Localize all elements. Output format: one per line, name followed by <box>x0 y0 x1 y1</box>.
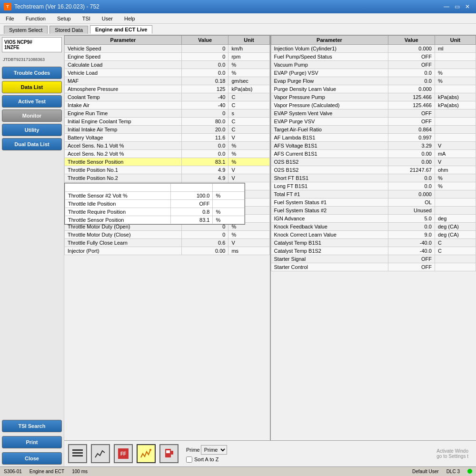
right-unit-cell: % <box>435 174 476 182</box>
right-table-row[interactable]: Vacuum Pump OFF <box>271 61 476 69</box>
data-area: Parameter Value Unit Vehicle Speed 0 km/… <box>64 35 476 466</box>
right-table-row[interactable]: Short FT B1S1 0.0 % <box>271 174 476 182</box>
left-table-row[interactable]: Initial Engine Coolant Temp 80.0 C <box>65 118 270 126</box>
left-table-row[interactable]: Battery Voltage 11.6 V <box>65 134 270 142</box>
toolbar-list-btn[interactable] <box>68 444 87 463</box>
close-button[interactable]: ✕ <box>463 3 472 10</box>
left-table-row[interactable]: Coolant Temp -40 C <box>65 93 270 101</box>
dropdown-table-row[interactable]: Throttle Require Position 0.8 % <box>65 208 245 216</box>
dropdown-table-row[interactable]: Throttle Sensor #2 Volt % 100.0 % <box>65 192 245 200</box>
left-table-row[interactable]: MAF 0.18 gm/sec <box>65 77 270 85</box>
right-table-row[interactable]: Purge Density Learn Value 0.000 <box>271 85 476 93</box>
right-value-cell: -40.0 <box>388 239 435 247</box>
left-table-row[interactable]: Injector (Port) 0.00 ms <box>65 247 270 255</box>
right-table-row[interactable]: EVAP (Purge) VSV 0.0 % <box>271 69 476 77</box>
print-select[interactable]: Prime All <box>201 445 227 455</box>
print-dropdown[interactable]: Prime Prime All <box>186 445 227 455</box>
left-table-row[interactable]: Initial Intake Air Temp 20.0 C <box>65 126 270 134</box>
left-table-row[interactable]: Atmosphere Pressure 125 kPa(abs) <box>65 85 270 93</box>
right-table-row[interactable]: AFS Voltage B1S1 3.29 V <box>271 142 476 150</box>
left-table-row[interactable]: Accel Sens. No.1 Volt % 0.0 % <box>65 142 270 150</box>
minimize-button[interactable]: — <box>442 3 451 10</box>
left-table-row[interactable]: Vehicle Speed 0 km/h <box>65 45 270 53</box>
left-table-row[interactable]: Throttle Motor Duty (Close) 0 % <box>65 231 270 239</box>
toolbar-fuel-btn[interactable] <box>159 444 178 463</box>
main-content: VIOS NCP9# 1NZFE JTDBT923171088363 Troub… <box>0 35 476 466</box>
left-table-row[interactable]: Vehicle Load 0.0 % <box>65 69 270 77</box>
tab-stored-data[interactable]: Stored Data <box>50 26 88 34</box>
trouble-codes-button[interactable]: Trouble Codes <box>2 67 62 79</box>
right-table-row[interactable]: Starter Control OFF <box>271 263 476 271</box>
dual-data-list-button[interactable]: Dual Data List <box>2 138 62 150</box>
left-unit-cell: % <box>228 150 269 158</box>
tab-engine-ect-live[interactable]: Engine and ECT Live <box>90 25 152 34</box>
maximize-button[interactable]: ▭ <box>452 3 462 10</box>
left-table-row[interactable]: Throttle Sensor Position 83.1 % <box>65 158 270 166</box>
right-param-cell: EVAP System Vent Valve <box>271 109 388 118</box>
left-value-cell: 20.0 <box>182 126 228 134</box>
right-table-row[interactable]: Vapor Pressure Pump 125.466 kPa(abs) <box>271 93 476 101</box>
menu-setup[interactable]: Setup <box>55 15 73 22</box>
tab-system-select[interactable]: System Select <box>4 26 48 34</box>
toolbar-freeze-btn[interactable]: FF <box>114 444 133 463</box>
dropdown-table-row[interactable]: Throttle Sensor Position 83.1 % <box>65 216 245 224</box>
right-table-row[interactable]: EVAP Purge VSV OFF <box>271 118 476 126</box>
right-table-row[interactable]: Evap Purge Flow 0.0 % <box>271 77 476 85</box>
print-button[interactable]: Print <box>2 436 62 448</box>
right-param-cell: Fuel System Status #2 <box>271 207 388 215</box>
left-table-row[interactable]: Engine Speed 0 rpm <box>65 53 270 61</box>
right-table-row[interactable]: Target Air-Fuel Ratio 0.864 <box>271 126 476 134</box>
right-table-row[interactable]: O2S B1S2 21247.67 ohm <box>271 166 476 174</box>
right-table-row[interactable]: AF Lambda B1S1 0.997 <box>271 134 476 142</box>
tsi-search-button[interactable]: TSI Search <box>2 420 62 432</box>
dropdown-value-cell: 83.1 <box>170 216 213 224</box>
right-table-row[interactable]: IGN Advance 5.0 deg <box>271 215 476 223</box>
left-param-cell: Initial Intake Air Temp <box>65 126 182 134</box>
right-table-row[interactable]: Knock Feedback Value 0.0 deg (CA) <box>271 223 476 231</box>
menu-function[interactable]: Function <box>24 15 48 22</box>
right-table-row[interactable]: O2S B1S2 0.00 V <box>271 158 476 166</box>
close-session-button[interactable]: Close <box>2 452 62 465</box>
menu-help[interactable]: Help <box>122 15 137 22</box>
right-table-row[interactable]: AFS Current B1S1 0.00 mA <box>271 150 476 158</box>
data-list-button[interactable]: Data List <box>2 81 62 93</box>
dropdown-table-row[interactable]: Throttle Idle Position OFF <box>65 200 245 208</box>
right-table-row[interactable]: Total FT #1 0.000 <box>271 190 476 198</box>
sort-checkbox[interactable] <box>186 456 192 463</box>
left-table-row[interactable]: Accel Sens. No.2 Volt % 0.0 % <box>65 150 270 158</box>
left-table-row[interactable]: Calculate Load 0.0 % <box>65 61 270 69</box>
right-table-row[interactable]: Fuel Pump/Speed Status OFF <box>271 53 476 61</box>
left-table-row[interactable]: Intake Air -40 C <box>65 101 270 109</box>
right-table-row[interactable]: Knock Correct Learn Value 9.0 deg (CA) <box>271 231 476 239</box>
right-table-row[interactable]: Injection Volum (Cylinder1) 0.000 ml <box>271 45 476 53</box>
menu-tsi[interactable]: TSI <box>80 15 92 22</box>
title-controls[interactable]: — ▭ ✕ <box>442 3 472 10</box>
right-value-cell: 0.000 <box>388 85 435 93</box>
right-value-cell: 0.0 <box>388 182 435 190</box>
toolbar-live-btn[interactable] <box>137 444 156 463</box>
monitor-button[interactable]: Monitor <box>2 109 62 122</box>
right-table-row[interactable]: Catalyst Temp B1S2 -40.0 C <box>271 247 476 255</box>
bottom-toolbar: FF <box>64 440 476 466</box>
right-table-row[interactable]: Fuel System Status #2 Unused <box>271 207 476 215</box>
right-table-row[interactable]: Vapor Pressure (Calculated) 125.466 kPa(… <box>271 101 476 109</box>
menu-user[interactable]: User <box>100 15 115 22</box>
right-table-row[interactable]: Catalyst Temp B1S1 -40.0 C <box>271 239 476 247</box>
right-param-cell: Evap Purge Flow <box>271 77 388 85</box>
vehicle-engine: 1NZFE <box>4 45 60 50</box>
active-test-button[interactable]: Active Test <box>2 95 62 108</box>
utility-button[interactable]: Utility <box>2 124 62 136</box>
right-value-cell: -40.0 <box>388 247 435 255</box>
left-table-row[interactable]: Engine Run Time 0 s <box>65 109 270 118</box>
right-table-row[interactable]: Fuel System Status #1 OL <box>271 198 476 207</box>
right-unit-cell <box>435 53 476 61</box>
left-table-row[interactable]: Throttle Position No.2 4.9 V <box>65 174 270 182</box>
right-table-row[interactable]: Long FT B1S1 0.0 % <box>271 182 476 190</box>
menu-file[interactable]: File <box>4 15 16 22</box>
dropdown-table-row[interactable]: Throttle Sensor Volt % 100.0 % <box>65 184 245 192</box>
left-table-row[interactable]: Throttle Position No.1 4.9 V <box>65 166 270 174</box>
toolbar-graph-btn[interactable] <box>91 444 110 463</box>
left-table-row[interactable]: Throttle Fully Close Learn 0.6 V <box>65 239 270 247</box>
right-table-row[interactable]: EVAP System Vent Valve OFF <box>271 109 476 118</box>
right-table-row[interactable]: Starter Signal OFF <box>271 255 476 263</box>
